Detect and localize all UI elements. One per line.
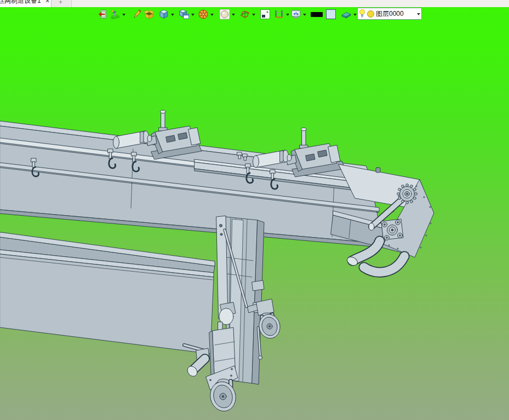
dropdown-arrow[interactable] [286, 14, 289, 18]
render-shadow-icon [110, 9, 121, 20]
layer-combo[interactable]: 图层0000 [357, 8, 422, 20]
section-wheel-icon [198, 9, 209, 20]
cad-application-window: 丝网制造设备1 ✕ + [0, 0, 509, 420]
orbit-icon [239, 9, 250, 20]
cube-window-button[interactable] [179, 8, 195, 20]
bulb-icon [359, 9, 365, 19]
measure-icon [273, 9, 284, 20]
tab-close-icon[interactable]: ✕ [45, 0, 50, 4]
document-tab[interactable]: 丝网制造设备1 ✕ [0, 0, 52, 7]
eraser-wedge-button[interactable] [341, 8, 357, 20]
section-view-button[interactable] [198, 8, 214, 20]
exit-button[interactable] [98, 8, 108, 20]
eraser-wedge-icon [341, 9, 352, 20]
layer-color-circle [367, 10, 374, 18]
exit-icon [98, 9, 108, 20]
dropdown-arrow[interactable] [303, 14, 306, 18]
plus-icon: + [59, 0, 62, 6]
shaded-view-button[interactable] [158, 8, 174, 20]
dropdown-arrow[interactable] [210, 14, 214, 18]
combo-dropdown-arrow[interactable] [417, 13, 420, 17]
dropdown-arrow[interactable] [171, 14, 174, 18]
display-settings-button[interactable] [290, 8, 306, 20]
dropdown-arrow[interactable] [191, 14, 195, 18]
pencil-icon [131, 9, 142, 20]
dropdown-arrow[interactable] [353, 14, 357, 18]
model-canvas [0, 0, 509, 420]
open-box-icon [144, 9, 155, 20]
sketch-pencil-button[interactable] [131, 8, 142, 20]
select-box-icon [260, 9, 271, 20]
viewport-3d[interactable] [0, 7, 509, 420]
sphere-icon [219, 9, 230, 20]
document-tab-title: 丝网制造设备1 [0, 0, 41, 5]
select-box-button[interactable] [260, 8, 271, 20]
measure-gauge-button[interactable] [273, 8, 289, 20]
black-bar-swatch [311, 12, 323, 17]
lower-trough[interactable] [0, 232, 215, 354]
top-knob [376, 168, 380, 172]
dropdown-arrow[interactable] [252, 14, 255, 18]
dropdown-arrow[interactable] [122, 14, 125, 18]
cube-icon [158, 9, 169, 20]
layer-name: 图层0000 [376, 9, 415, 19]
tab-strip: 丝网制造设备1 ✕ + [0, 0, 509, 7]
new-tab-button[interactable]: + [52, 0, 72, 7]
bolt-flange[interactable] [381, 219, 403, 240]
line-color-button[interactable] [311, 8, 323, 20]
dropdown-arrow[interactable] [232, 14, 235, 18]
orbit-rotate-button[interactable] [239, 8, 255, 20]
cube-window-icon [179, 9, 190, 20]
open-box-button[interactable] [144, 8, 155, 20]
background-color-button[interactable] [326, 8, 336, 20]
render-shadow-button[interactable] [110, 8, 125, 20]
end-drive-assembly[interactable] [331, 164, 434, 272]
sphere-view-button[interactable] [219, 8, 235, 20]
blue-square-swatch [326, 9, 336, 19]
monitor-cubes-icon [290, 9, 301, 20]
